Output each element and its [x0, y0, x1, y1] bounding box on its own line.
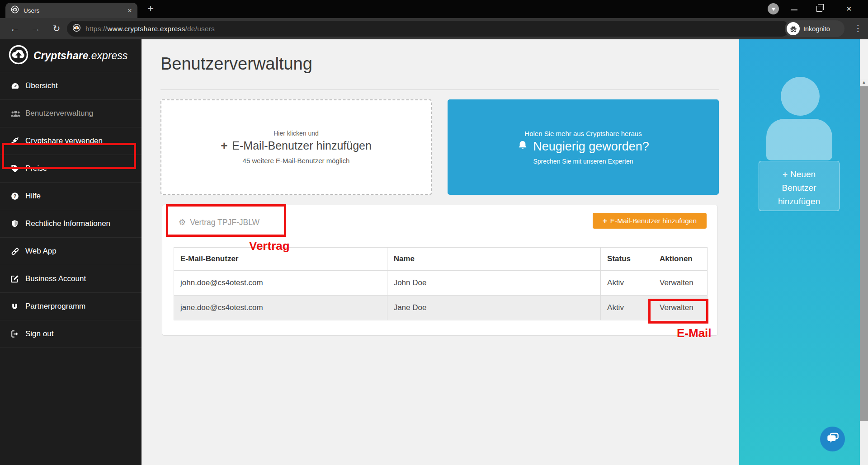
promo-line2: Neugierig geworden? — [517, 140, 649, 154]
sidebar-item-hilfe[interactable]: ? Hilfe — [0, 183, 142, 210]
sidebar-item-label: Web App — [25, 247, 57, 256]
cell-email: jane.doe@cs4otest.com — [174, 296, 387, 320]
promo-line3: Sprechen Sie mit unseren Experten — [533, 158, 633, 165]
page-content: Cryptshare.express Übersicht Benutzerver… — [0, 39, 868, 465]
sidebar-item-sign-out[interactable]: Sign out — [0, 320, 142, 348]
window-close-button[interactable]: × — [839, 0, 859, 17]
plus-icon: + — [221, 139, 227, 153]
browser-menu-button[interactable]: ⋮ — [852, 21, 864, 36]
add-panel-line1: Hier klicken und — [274, 130, 319, 137]
cell-status: Aktiv — [601, 271, 653, 296]
logo-suffix: .express — [88, 50, 127, 61]
contract-label-row: ⚙ Vertrag TPJF-JBLW — [179, 217, 259, 227]
plus-icon: + — [783, 169, 788, 179]
new-tab-button[interactable]: + — [144, 2, 157, 15]
sidebar-item-partnerprogramm[interactable]: Partnerprogramm — [0, 293, 142, 320]
url-scheme: https:// — [85, 25, 107, 33]
browser-window: Users × + × ← → ↻ https://www.cryptshare… — [0, 0, 868, 465]
window-minimize-button[interactable] — [791, 9, 797, 10]
manage-user-link[interactable]: Verwalten — [653, 296, 708, 320]
sidebar-item-label: Preise — [25, 164, 47, 173]
sidebar-item-uebersicht[interactable]: Übersicht — [0, 72, 142, 100]
chat-bubbles-icon — [826, 432, 839, 446]
add-panel-line2: + E-Mail-Benutzer hinzufügen — [221, 139, 372, 153]
chat-widget-button[interactable] — [820, 427, 845, 451]
table-row: john.doe@cs4otest.com John Doe Aktiv Ver… — [174, 271, 708, 296]
sidebar-item-preise[interactable]: Preise — [0, 155, 142, 183]
sidebar-item-business-account[interactable]: Business Account — [0, 265, 142, 293]
svg-text:?: ? — [14, 193, 17, 199]
table-row: jane.doe@cs4otest.com Jane Doe Aktiv Ver… — [174, 296, 708, 320]
forward-button[interactable]: → — [27, 20, 44, 37]
add-email-user-button-label: E-Mail-Benutzer hinzufügen — [610, 217, 697, 225]
scroll-up-icon[interactable]: ▲ — [860, 79, 868, 86]
tab-title: Users — [24, 7, 39, 14]
cryptshare-favicon-icon — [11, 5, 19, 15]
shield-icon — [11, 220, 25, 228]
sidebar-item-label: Hilfe — [25, 192, 41, 201]
rocket-icon — [11, 137, 25, 145]
magnet-icon — [11, 303, 25, 310]
manage-user-link[interactable]: Verwalten — [653, 271, 708, 296]
bell-icon — [517, 140, 528, 153]
sidebar: Cryptshare.express Übersicht Benutzerver… — [0, 39, 142, 465]
tag-icon — [11, 164, 25, 173]
add-panel-line3: 45 weitere E-Mail-Benutzer möglich — [243, 157, 350, 164]
sidebar-item-web-app[interactable]: Web App — [0, 238, 142, 265]
question-icon: ? — [11, 192, 25, 200]
add-new-user-button[interactable]: +Neuen Benutzer hinzufügen — [759, 161, 840, 211]
header-email: E-Mail-Benutzer — [174, 248, 387, 271]
incognito-badge: Inkognito — [785, 20, 844, 37]
url-path: /de/users — [185, 25, 215, 33]
scrollbar-thumb[interactable] — [860, 86, 868, 421]
cell-status: Aktiv — [601, 296, 653, 320]
reload-button[interactable]: ↻ — [48, 20, 65, 37]
incognito-icon — [787, 22, 800, 35]
main-content: Benutzerverwaltung Hier klicken und + E-… — [142, 39, 739, 465]
user-management-card: ⚙ Vertrag TPJF-JBLW + E-Mail-Benutzer hi… — [162, 205, 718, 336]
address-bar[interactable]: https://www.cryptshare.express/de/users — [67, 21, 789, 37]
user-silhouette-body — [766, 119, 832, 160]
link-icon — [11, 247, 25, 256]
table-header-row: E-Mail-Benutzer Name Status Aktionen — [174, 248, 708, 271]
cryptshare-logo[interactable]: Cryptshare.express — [0, 39, 142, 72]
new-user-line3: hinzufügen — [778, 197, 820, 206]
back-button[interactable]: ← — [6, 20, 24, 37]
plus-icon: + — [603, 216, 607, 225]
promo-line1: Holen Sie mehr aus Cryptshare heraus — [524, 130, 642, 137]
user-silhouette-icon — [781, 77, 820, 116]
url-text: https://www.cryptshare.express/de/users — [85, 25, 215, 33]
tab-close-icon[interactable]: × — [127, 7, 132, 14]
header-actions: Aktionen — [653, 248, 708, 271]
sidebar-item-rechtliche-informationen[interactable]: Rechtliche Informationen — [0, 210, 142, 238]
page-title: Benutzerverwaltung — [160, 54, 312, 74]
gauge-icon — [11, 82, 25, 90]
new-user-line2: Benutzer — [782, 183, 816, 193]
new-user-line1: Neuen — [790, 169, 816, 179]
users-table: E-Mail-Benutzer Name Status Aktionen joh… — [174, 247, 708, 320]
add-panel-main-text: E-Mail-Benutzer hinzufügen — [232, 139, 372, 152]
gear-icon: ⚙ — [179, 217, 186, 227]
sign-out-icon — [11, 330, 25, 338]
contract-label: Vertrag TPJF-JBLW — [190, 218, 259, 227]
site-favicon-icon — [72, 23, 81, 34]
browser-tab[interactable]: Users × — [5, 3, 137, 18]
sidebar-item-label: Benutzerverwaltung — [25, 109, 93, 118]
promo-panel[interactable]: Holen Sie mehr aus Cryptshare heraus Neu… — [448, 99, 719, 195]
header-name: Name — [387, 248, 600, 271]
browser-update-icon[interactable] — [768, 3, 779, 14]
page-scrollbar: ▲ ▼ — [860, 79, 868, 465]
sidebar-item-cryptshare-verwenden[interactable]: Cryptshare verwenden — [0, 127, 142, 155]
edit-icon — [11, 275, 25, 283]
down-triangle-icon — [771, 8, 776, 11]
users-icon — [11, 110, 25, 117]
add-email-user-button[interactable]: + E-Mail-Benutzer hinzufügen — [593, 213, 707, 229]
incognito-label: Inkognito — [803, 25, 830, 33]
header-status: Status — [601, 248, 653, 271]
sidebar-item-label: Business Account — [25, 274, 86, 283]
sidebar-item-benutzerverwaltung[interactable]: Benutzerverwaltung — [0, 100, 142, 127]
add-email-user-panel[interactable]: Hier klicken und + E-Mail-Benutzer hinzu… — [160, 99, 432, 195]
window-restore-button[interactable] — [816, 6, 822, 12]
title-divider — [160, 89, 719, 90]
url-host: www.cryptshare.express — [107, 25, 185, 33]
